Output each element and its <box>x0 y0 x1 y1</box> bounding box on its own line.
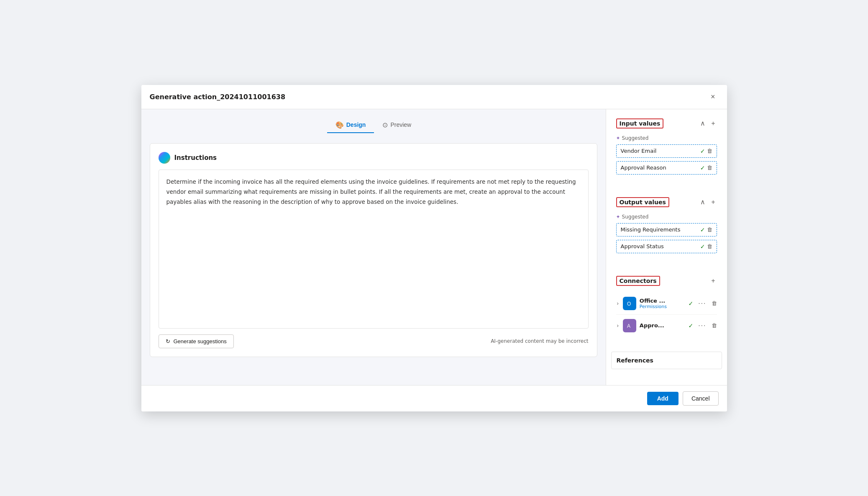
modal-title: Generative action_20241011001638 <box>150 93 286 101</box>
approval-reason-field: Approval Reason ✓ 🗑 <box>616 161 717 175</box>
input-values-body: ✦ Suggested Vendor Email ✓ 🗑 Approval Re… <box>611 133 722 183</box>
input-values-collapse-button[interactable]: ∧ <box>699 119 707 128</box>
input-values-title-box: Input values <box>616 118 664 128</box>
vendor-email-check-icon: ✓ <box>700 148 705 154</box>
tab-preview-label: Preview <box>390 121 411 128</box>
instructions-card: Instructions Determine if the incoming i… <box>150 143 597 357</box>
input-values-title: Input values <box>616 118 664 128</box>
sparkle-icon-2: ✦ <box>616 214 620 220</box>
approvals-check-icon: ✓ <box>688 322 693 329</box>
modal-header: Generative action_20241011001638 × <box>141 85 727 109</box>
right-panel: Input values ∧ + ✦ Suggested Vendor Emai… <box>606 109 727 385</box>
output-values-title: Output values <box>616 197 669 207</box>
input-values-section: Input values ∧ + ✦ Suggested Vendor Emai… <box>611 114 722 183</box>
office-sub: Permissions <box>640 304 685 309</box>
add-button[interactable]: Add <box>647 392 679 405</box>
vendor-email-label: Vendor Email <box>621 148 697 154</box>
missing-req-delete-button[interactable]: 🗑 <box>707 226 712 233</box>
missing-req-check-icon: ✓ <box>700 226 705 233</box>
office-status: ✓ ··· 🗑 <box>688 299 717 308</box>
office-info: Office ... Permissions <box>640 298 685 309</box>
modal-container: Generative action_20241011001638 × 🎨 Des… <box>141 85 727 411</box>
ai-notice: AI-generated content may be incorrect <box>491 338 588 344</box>
missing-requirements-actions: ✓ 🗑 <box>700 226 712 233</box>
output-suggested-label: ✦ Suggested <box>616 214 717 220</box>
vendor-email-delete-button[interactable]: 🗑 <box>707 148 712 154</box>
approvals-expand-button[interactable]: › <box>616 321 620 329</box>
approvals-icon: A <box>623 319 636 332</box>
connectors-header: Connectors + <box>611 272 722 290</box>
input-values-actions: ∧ + <box>699 119 717 128</box>
approval-reason-label: Approval Reason <box>621 164 697 171</box>
missing-requirements-label: Missing Requirements <box>621 226 697 233</box>
references-section: References <box>611 352 722 369</box>
connector-approvals: › A Appro... ✓ ··· <box>616 315 717 337</box>
copilot-icon <box>159 152 170 164</box>
approval-reason-actions: ✓ 🗑 <box>700 164 712 171</box>
left-panel: 🎨 Design ⊙ Preview Instructions Determin… <box>141 109 606 385</box>
instructions-header: Instructions <box>159 152 589 164</box>
approvals-delete-button[interactable]: 🗑 <box>712 322 717 329</box>
output-values-add-button[interactable]: + <box>709 198 717 206</box>
approvals-more-button[interactable]: ··· <box>696 321 708 330</box>
connectors-section: Connectors + › O <box>611 272 722 342</box>
office-delete-button[interactable]: 🗑 <box>712 300 717 306</box>
output-values-collapse-button[interactable]: ∧ <box>699 198 707 206</box>
approval-status-delete-button[interactable]: 🗑 <box>707 243 712 249</box>
tab-preview[interactable]: ⊙ Preview <box>374 118 420 133</box>
approval-status-actions: ✓ 🗑 <box>700 243 712 250</box>
vendor-email-field: Vendor Email ✓ 🗑 <box>616 144 717 158</box>
instructions-title: Instructions <box>174 154 217 162</box>
tab-design-label: Design <box>346 121 366 128</box>
svg-text:O: O <box>627 301 631 307</box>
approvals-name: Appro... <box>640 322 685 329</box>
generate-label: Generate suggestions <box>174 338 227 344</box>
references-title: References <box>617 357 653 364</box>
tab-design[interactable]: 🎨 Design <box>327 118 374 133</box>
modal-footer: Add Cancel <box>141 385 727 411</box>
tabs-container: 🎨 Design ⊙ Preview <box>150 118 597 133</box>
vendor-email-actions: ✓ 🗑 <box>700 148 712 154</box>
connector-office: › O Office ... Permissions ✓ <box>616 293 717 315</box>
office-icon: O <box>623 297 636 310</box>
close-button[interactable]: × <box>707 91 719 103</box>
approvals-info: Appro... <box>640 322 685 329</box>
connectors-add-button[interactable]: + <box>709 277 717 285</box>
svg-text:A: A <box>627 323 630 329</box>
bottom-bar: ↻ Generate suggestions AI-generated cont… <box>159 329 589 348</box>
output-values-header: Output values ∧ + <box>611 193 722 211</box>
approval-reason-check-icon: ✓ <box>700 164 705 171</box>
cancel-button[interactable]: Cancel <box>683 391 719 406</box>
input-values-add-button[interactable]: + <box>709 119 717 128</box>
office-expand-button[interactable]: › <box>616 299 620 307</box>
design-icon: 🎨 <box>335 121 344 129</box>
generate-suggestions-button[interactable]: ↻ Generate suggestions <box>159 334 234 348</box>
missing-requirements-field: Missing Requirements ✓ 🗑 <box>616 223 717 236</box>
output-values-actions: ∧ + <box>699 198 717 206</box>
office-name: Office ... <box>640 298 685 304</box>
office-check-icon: ✓ <box>688 300 693 307</box>
office-more-button[interactable]: ··· <box>696 299 708 308</box>
output-values-section: Output values ∧ + ✦ Suggested Missing Re… <box>611 193 722 262</box>
generate-icon: ↻ <box>166 338 170 344</box>
instructions-content[interactable]: Determine if the incoming invoice has al… <box>159 170 589 329</box>
modal-body: 🎨 Design ⊙ Preview Instructions Determin… <box>141 109 727 385</box>
output-values-body: ✦ Suggested Missing Requirements ✓ 🗑 App… <box>611 211 722 262</box>
connectors-body: › O Office ... Permissions ✓ <box>611 290 722 342</box>
approvals-status: ✓ ··· 🗑 <box>688 321 717 330</box>
sparkle-icon: ✦ <box>616 135 620 141</box>
approval-reason-delete-button[interactable]: 🗑 <box>707 164 712 171</box>
connectors-title-box: Connectors <box>616 276 660 286</box>
input-values-header: Input values ∧ + <box>611 114 722 133</box>
output-values-title-box: Output values <box>616 197 669 207</box>
connectors-title: Connectors <box>616 276 660 286</box>
approval-status-check-icon: ✓ <box>700 243 705 250</box>
connectors-actions: + <box>709 277 717 285</box>
preview-icon: ⊙ <box>382 121 388 129</box>
input-suggested-label: ✦ Suggested <box>616 135 717 141</box>
approval-status-field: Approval Status ✓ 🗑 <box>616 240 717 253</box>
approval-status-label: Approval Status <box>621 243 697 249</box>
